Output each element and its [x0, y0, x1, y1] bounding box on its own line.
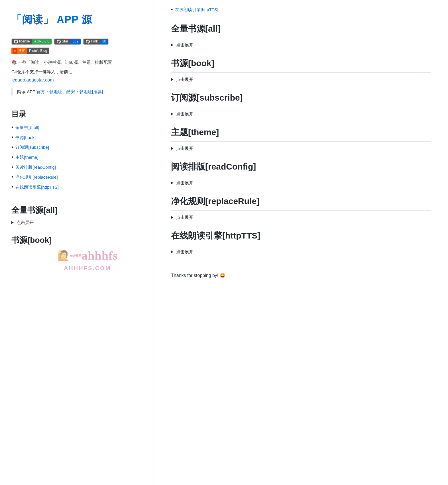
- toc-link-readconfig[interactable]: 阅读排版[readConfig]: [15, 164, 56, 171]
- toc-link-all[interactable]: 全量书源[all]: [15, 124, 39, 131]
- blockquote-prefix: 阅读 APP: [17, 89, 36, 94]
- right-top-item-httptts: 在线朗读引擎[httpTTS]: [171, 6, 431, 14]
- footer-thanks: Thanks for stopping by! 😀: [171, 266, 431, 279]
- github-icon: [14, 40, 18, 44]
- right-triangle-httptts: [171, 250, 173, 253]
- toc-link-httptts[interactable]: 在线朗读引擎[httpTTS]: [15, 184, 59, 191]
- git-link[interactable]: legado.aoaostar.com: [11, 78, 54, 82]
- toc-title: 目录: [11, 108, 142, 120]
- watermark-a-label: A姐分享: [70, 253, 82, 258]
- right-triangle-all: [171, 44, 173, 46]
- right-triangle-theme: [171, 147, 173, 150]
- toc-link-replacerule[interactable]: 净化规则[replaceRule]: [15, 174, 58, 181]
- fork-value: 30: [100, 39, 108, 44]
- right-section-theme: 主题[theme] 点击展开: [171, 125, 431, 152]
- license-value: AGPL-3.0: [32, 39, 52, 44]
- section-divider-1: [11, 100, 142, 100]
- license-badge: license AGPL-3.0: [11, 38, 52, 45]
- toc-item-httptts: 在线朗读引擎[httpTTS]: [11, 183, 142, 191]
- right-section-replacerule: 净化规则[replaceRule] 点击展开: [171, 194, 431, 221]
- right-triangle-readconfig: [171, 182, 173, 184]
- fork-label: Fork: [84, 39, 100, 44]
- right-top-link-httptts[interactable]: 在线朗读引擎[httpTTS]: [175, 6, 218, 13]
- right-heading-subscribe: 订阅源[subscribe]: [171, 91, 431, 107]
- blogger-b-icon: B: [13, 48, 17, 54]
- right-expand-readconfig[interactable]: 点击展开: [171, 180, 431, 186]
- watermark-container: 🙋 A姐分享 ahhhfs AHHHFS.COM: [11, 249, 142, 272]
- description: 📚 一些「阅读」小说书源、订阅源、主题、排版配置: [11, 59, 142, 66]
- toc-item-readconfig: 阅读排版[readConfig]: [11, 163, 142, 172]
- right-expand-replacerule[interactable]: 点击展开: [171, 214, 431, 221]
- right-expand-all[interactable]: 点击展开: [171, 42, 431, 48]
- blogger-label: B 博客: [11, 48, 27, 54]
- kuaan-download-link[interactable]: 酷安下载地址[推荐]: [66, 89, 103, 94]
- title-divider: [11, 34, 142, 34]
- toc-item-book: 书源[book]: [11, 133, 142, 142]
- license-label: license: [12, 39, 32, 44]
- github-icon-fork: [86, 40, 90, 44]
- right-heading-theme: 主题[theme]: [171, 125, 431, 142]
- blogger-badge-row: B 博客 Pluto's Blog: [11, 48, 142, 54]
- left-column: 「阅读」 APP 源 license AGPL-3.0: [0, 0, 154, 485]
- blogger-badge[interactable]: B 博客 Pluto's Blog: [11, 48, 142, 54]
- right-expand-subscribe[interactable]: 点击展开: [171, 111, 431, 117]
- star-label: Star: [54, 39, 70, 44]
- right-section-httptts: 在线朗读引擎[httpTTS] 点击展开: [171, 229, 431, 255]
- watermark-text-bottom: AHHHFS.COM: [57, 264, 118, 273]
- right-triangle-replacerule: [171, 216, 173, 219]
- right-expand-theme[interactable]: 点击展开: [171, 145, 431, 152]
- right-section-subscribe: 订阅源[subscribe] 点击展开: [171, 91, 431, 117]
- blockquote-section: 阅读 APP 官方下载地址、酷安下载地址[推荐]: [11, 88, 142, 95]
- blogger-value: Pluto's Blog: [27, 48, 49, 54]
- right-section-readconfig: 阅读排版[readConfig] 点击展开: [171, 160, 431, 186]
- right-heading-replacerule: 净化规则[replaceRule]: [171, 194, 431, 211]
- watermark-emoji: 🙋: [57, 247, 70, 264]
- section-heading-all: 全量书源[all]: [11, 204, 142, 217]
- blockquote-sep: 、: [62, 89, 66, 94]
- right-triangle-subscribe: [171, 113, 173, 115]
- badges-row: license AGPL-3.0 Star 862: [11, 38, 142, 45]
- star-value: 862: [70, 39, 81, 44]
- toc-item-replacerule: 净化规则[replaceRule]: [11, 173, 142, 181]
- toc-item-subscribe: 订阅源[subscribe]: [11, 143, 142, 152]
- right-section-all: 全量书源[all] 点击展开: [171, 22, 431, 48]
- page-title: 「阅读」 APP 源: [11, 11, 142, 28]
- right-expand-book[interactable]: 点击展开: [171, 76, 431, 83]
- star-badge: Star 862: [54, 38, 81, 45]
- section-divider-2: [11, 196, 142, 196]
- right-heading-book: 书源[book]: [171, 56, 431, 73]
- toc-link-subscribe[interactable]: 订阅源[subscribe]: [15, 144, 49, 151]
- right-expand-httptts[interactable]: 点击展开: [171, 248, 431, 255]
- github-icon-star: [57, 40, 61, 44]
- official-download-link[interactable]: 官方下载地址: [36, 89, 62, 94]
- expand-toggle-all[interactable]: 点击展开: [11, 219, 142, 226]
- fork-badge: Fork 30: [83, 38, 109, 45]
- right-section-book: 书源[book] 点击展开: [171, 56, 431, 83]
- toc-item-all: 全量书源[all]: [11, 123, 142, 132]
- triangle-icon-all: [11, 221, 14, 224]
- section-heading-book: 书源[book]: [11, 234, 142, 247]
- right-heading-all: 全量书源[all]: [171, 22, 431, 38]
- watermark-text-top: ahhhfs: [82, 246, 118, 265]
- toc-list: 全量书源[all] 书源[book] 订阅源[subscribe] 主题[the…: [11, 123, 142, 191]
- watermark: 🙋 A姐分享 ahhhfs AHHHFS.COM: [57, 246, 118, 273]
- right-triangle-book: [171, 78, 173, 81]
- right-footer-divider: [171, 260, 431, 260]
- git-note: Git仓库不支持一键导入，请前往: [11, 68, 142, 75]
- right-top-list: 在线朗读引擎[httpTTS]: [171, 6, 431, 14]
- toc-link-theme[interactable]: 主题[theme]: [15, 154, 38, 161]
- right-heading-httptts: 在线朗读引擎[httpTTS]: [171, 229, 431, 245]
- toc-link-book[interactable]: 书源[book]: [15, 134, 36, 141]
- watermark-top-row: 🙋 A姐分享 ahhhfs: [57, 246, 118, 265]
- right-heading-readconfig: 阅读排版[readConfig]: [171, 160, 431, 176]
- toc-item-theme: 主题[theme]: [11, 153, 142, 162]
- right-column: 在线朗读引擎[httpTTS] 全量书源[all] 点击展开 书源[book] …: [154, 0, 448, 485]
